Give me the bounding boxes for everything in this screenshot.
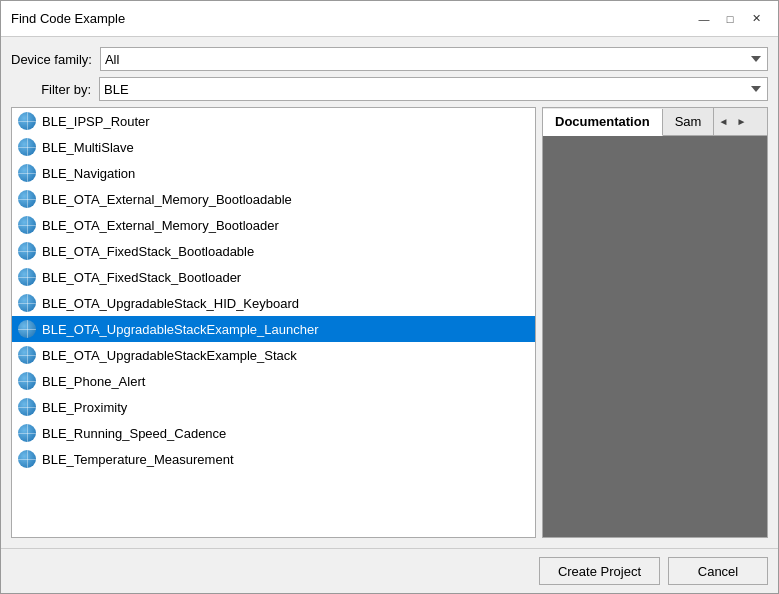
tab-content-area	[543, 136, 767, 537]
list-scroll[interactable]: BLE_IPSP_RouterBLE_MultiSlaveBLE_Navigat…	[12, 108, 535, 537]
item-label: BLE_Proximity	[42, 400, 127, 415]
item-label: BLE_Running_Speed_Cadence	[42, 426, 226, 441]
globe-icon	[18, 138, 36, 156]
globe-icon	[18, 164, 36, 182]
item-label: BLE_Temperature_Measurement	[42, 452, 234, 467]
footer: Create Project Cancel	[1, 548, 778, 593]
item-label: BLE_OTA_FixedStack_Bootloadable	[42, 244, 254, 259]
title-bar-left: Find Code Example	[11, 11, 125, 26]
item-label: BLE_Phone_Alert	[42, 374, 145, 389]
create-project-button[interactable]: Create Project	[539, 557, 660, 585]
item-label: BLE_Navigation	[42, 166, 135, 181]
dialog-title: Find Code Example	[11, 11, 125, 26]
globe-icon	[18, 424, 36, 442]
globe-icon	[18, 450, 36, 468]
globe-icon	[18, 190, 36, 208]
list-item[interactable]: BLE_OTA_FixedStack_Bootloader	[12, 264, 535, 290]
item-label: BLE_MultiSlave	[42, 140, 134, 155]
dialog-window: Find Code Example — □ ✕ Device family: A…	[0, 0, 779, 594]
globe-icon	[18, 268, 36, 286]
globe-icon	[18, 216, 36, 234]
list-item[interactable]: BLE_IPSP_Router	[12, 108, 535, 134]
tab-documentation[interactable]: Documentation	[543, 109, 663, 136]
title-bar: Find Code Example — □ ✕	[1, 1, 778, 37]
item-label: BLE_OTA_UpgradableStackExample_Launcher	[42, 322, 319, 337]
list-item[interactable]: BLE_MultiSlave	[12, 134, 535, 160]
list-item[interactable]: BLE_OTA_FixedStack_Bootloadable	[12, 238, 535, 264]
list-panel: BLE_IPSP_RouterBLE_MultiSlaveBLE_Navigat…	[11, 107, 536, 538]
maximize-button[interactable]: □	[718, 9, 742, 29]
tab-sample[interactable]: Sam	[663, 108, 715, 135]
filter-by-row: Filter by: BLE	[11, 77, 768, 101]
item-label: BLE_OTA_External_Memory_Bootloader	[42, 218, 279, 233]
list-item[interactable]: BLE_OTA_UpgradableStackExample_Launcher	[12, 316, 535, 342]
list-item[interactable]: BLE_OTA_UpgradableStackExample_Stack	[12, 342, 535, 368]
list-item[interactable]: BLE_Temperature_Measurement	[12, 446, 535, 472]
item-label: BLE_OTA_FixedStack_Bootloader	[42, 270, 241, 285]
list-item[interactable]: BLE_Proximity	[12, 394, 535, 420]
filter-by-select[interactable]: BLE	[99, 77, 768, 101]
right-panel: Documentation Sam ◄ ►	[542, 107, 768, 538]
filter-by-label: Filter by:	[11, 82, 91, 97]
globe-icon	[18, 242, 36, 260]
globe-icon	[18, 294, 36, 312]
globe-icon	[18, 346, 36, 364]
item-label: BLE_OTA_UpgradableStackExample_Stack	[42, 348, 297, 363]
list-item[interactable]: BLE_OTA_External_Memory_Bootloader	[12, 212, 535, 238]
content-area: Device family: All Filter by: BLE BLE_IP…	[1, 37, 778, 548]
device-family-label: Device family:	[11, 52, 92, 67]
cancel-button[interactable]: Cancel	[668, 557, 768, 585]
device-family-select[interactable]: All	[100, 47, 768, 71]
tab-next-button[interactable]: ►	[732, 108, 750, 135]
tab-prev-button[interactable]: ◄	[714, 108, 732, 135]
globe-icon	[18, 372, 36, 390]
list-item[interactable]: BLE_Navigation	[12, 160, 535, 186]
list-item[interactable]: BLE_OTA_UpgradableStack_HID_Keyboard	[12, 290, 535, 316]
item-label: BLE_OTA_External_Memory_Bootloadable	[42, 192, 292, 207]
globe-icon	[18, 398, 36, 416]
tabs-bar: Documentation Sam ◄ ►	[543, 108, 767, 136]
close-button[interactable]: ✕	[744, 9, 768, 29]
item-label: BLE_OTA_UpgradableStack_HID_Keyboard	[42, 296, 299, 311]
list-item[interactable]: BLE_Phone_Alert	[12, 368, 535, 394]
list-item[interactable]: BLE_OTA_External_Memory_Bootloadable	[12, 186, 535, 212]
title-controls: — □ ✕	[692, 9, 768, 29]
main-area: BLE_IPSP_RouterBLE_MultiSlaveBLE_Navigat…	[11, 107, 768, 538]
list-item[interactable]: BLE_Running_Speed_Cadence	[12, 420, 535, 446]
minimize-button[interactable]: —	[692, 9, 716, 29]
device-family-row: Device family: All	[11, 47, 768, 71]
globe-icon	[18, 112, 36, 130]
globe-icon	[18, 320, 36, 338]
item-label: BLE_IPSP_Router	[42, 114, 150, 129]
